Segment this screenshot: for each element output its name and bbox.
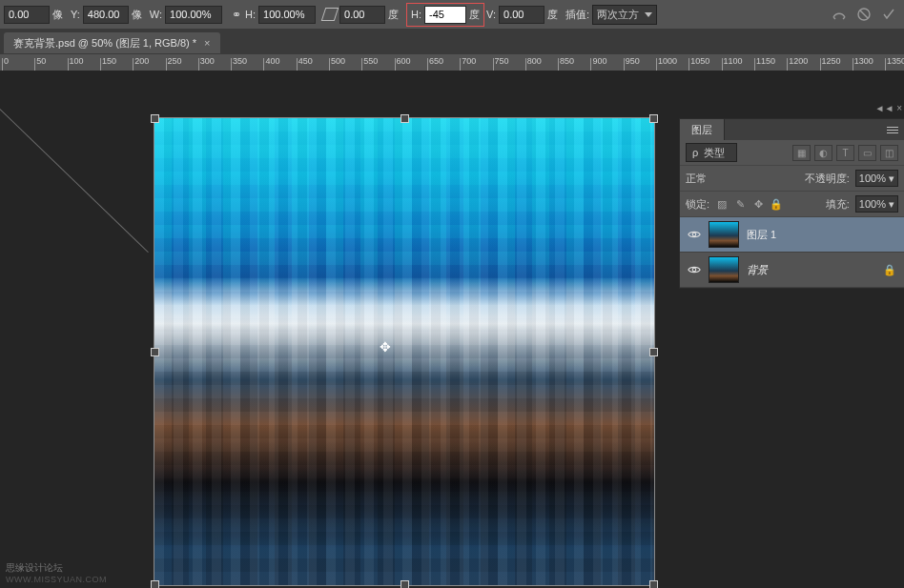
skew-h-value[interactable]: -45 [424, 6, 466, 24]
visibility-icon[interactable] [688, 263, 701, 276]
commit-icon[interactable] [881, 7, 896, 22]
h-value[interactable]: 100.00% [258, 6, 316, 24]
rotate-icon [321, 8, 339, 21]
filter-pixel-icon[interactable]: ▦ [792, 145, 811, 161]
ruler-tick-label: 200 [134, 56, 149, 66]
horizontal-ruler: 0501001502002503003504004505005506006507… [0, 53, 904, 71]
layer-name[interactable]: 图层 1 [747, 228, 776, 242]
warp-icon[interactable] [832, 7, 847, 22]
skew-v-label: V: [486, 9, 496, 20]
filter-icons: ▦ ◐ T ▭ ◫ [792, 145, 898, 161]
lock-transparent-icon[interactable]: ▨ [715, 198, 729, 211]
skew-h-highlight: H: -45 度 [406, 3, 484, 27]
filter-adjust-icon[interactable]: ◐ [814, 145, 832, 161]
ruler-tick-label: 1250 [822, 56, 841, 66]
opacity-value-box[interactable]: 100%▾ [855, 170, 898, 187]
y-value[interactable]: 480.00 [83, 6, 129, 24]
ruler-tick-label: 400 [265, 56, 279, 66]
y-label: Y: [71, 9, 80, 20]
ruler-tick-label: 750 [495, 56, 509, 66]
lock-fill-row: 锁定: ▨ ✎ ✥ 🔒 填充: 100%▾ [680, 192, 904, 217]
watermark-line2: WWW.MISSYUAN.COM [6, 575, 107, 584]
ruler-tick-label: 350 [233, 56, 247, 66]
skew-v-deg: 度 [547, 8, 558, 22]
fill-label: 填充: [826, 197, 850, 212]
layer-thumbnail[interactable] [709, 221, 739, 248]
h-field-group: H: 100.00% [245, 6, 316, 24]
document-tab[interactable]: 赛克背景.psd @ 50% (图层 1, RGB/8) * × [4, 32, 220, 53]
ruler-tick-label: 250 [168, 56, 182, 66]
ruler-tick-label: 500 [331, 56, 345, 66]
layer-row[interactable]: 图层 1 [680, 217, 904, 253]
filter-smart-icon[interactable]: ◫ [880, 145, 898, 161]
lock-position-icon[interactable]: ✥ [751, 198, 765, 211]
ruler-tick-label: 100 [70, 56, 84, 66]
ruler-tick-label: 1100 [724, 56, 743, 66]
filter-kind-select[interactable]: ρ类型 [686, 143, 737, 162]
ruler-tick-label: 600 [397, 56, 411, 66]
link-wh-icon[interactable]: ⚭ [230, 8, 243, 21]
ruler-tick-label: 50 [36, 56, 46, 66]
ruler-tick-label: 700 [462, 56, 476, 66]
layer-name[interactable]: 背景 [747, 263, 768, 277]
canvas-stage: ✥ ◄◄ × 图层 ρ类型 ▦ ◐ T ▭ ◫ 正常 不透 [0, 71, 904, 588]
lock-label: 锁定: [686, 197, 709, 212]
panel-collapse-icon[interactable]: ◄◄ × [875, 103, 902, 113]
skew-v-value[interactable]: 0.00 [499, 6, 544, 24]
blend-opacity-row: 正常 不透明度: 100%▾ [680, 166, 904, 192]
opacity-value: 100% [859, 172, 886, 184]
lock-icon: 🔒 [883, 264, 896, 276]
canvas[interactable] [154, 118, 654, 585]
blend-mode-select[interactable]: 正常 [686, 172, 752, 186]
interp-select[interactable]: 两次立方 [592, 5, 657, 25]
layer-filter-row: ρ类型 ▦ ◐ T ▭ ◫ [680, 140, 904, 166]
filter-type-icon[interactable]: T [836, 145, 854, 161]
ruler-tick-label: 0 [4, 56, 9, 66]
svg-point-2 [692, 268, 696, 272]
interp-value: 两次立方 [597, 8, 639, 22]
layers-tab[interactable]: 图层 [680, 119, 725, 140]
rotate-value[interactable]: 0.00 [339, 6, 385, 24]
w-label: W: [150, 9, 162, 20]
ruler-tick-label: 800 [527, 56, 542, 66]
layer-thumbnail[interactable] [709, 256, 739, 283]
ruler-tick-label: 1200 [789, 56, 808, 66]
ruler-tick-label: 550 [363, 56, 378, 66]
filter-shape-icon[interactable]: ▭ [858, 145, 876, 161]
ruler-tick-label: 1000 [658, 56, 677, 66]
w-field-group: W: 100.00% [150, 6, 222, 24]
panel-menu-icon[interactable] [887, 127, 898, 133]
interp-label: 插值: [565, 8, 589, 22]
y-suffix: 像 [132, 8, 142, 22]
ruler-tick-label: 1050 [690, 56, 709, 66]
interp-group: 插值: 两次立方 [565, 5, 657, 25]
ruler-tick-label: 1150 [756, 56, 775, 66]
y-field-group: Y: 480.00 像 [71, 6, 142, 24]
w-value[interactable]: 100.00% [165, 6, 222, 24]
layer-list: 图层 1 背景 🔒 [680, 217, 904, 288]
ruler-tick-label: 450 [298, 56, 313, 66]
ruler-tick-label: 650 [429, 56, 443, 66]
close-icon[interactable]: × [204, 37, 210, 49]
commit-icons [832, 0, 896, 29]
x-value[interactable]: 0.00 [4, 6, 50, 24]
mosaic-overlay-2 [154, 118, 654, 585]
lock-pixels-icon[interactable]: ✎ [733, 198, 747, 211]
transform-guide-line [0, 53, 149, 253]
lock-icons: ▨ ✎ ✥ 🔒 [715, 198, 783, 211]
x-suffix: 像 [52, 8, 63, 22]
ruler-tick-label: 300 [200, 56, 215, 66]
lock-all-icon[interactable]: 🔒 [770, 198, 783, 211]
cancel-icon[interactable] [856, 7, 872, 22]
document-tab-bar: 赛克背景.psd @ 50% (图层 1, RGB/8) * × [0, 29, 904, 53]
skew-h-label: H: [411, 9, 421, 20]
fill-value-box[interactable]: 100%▾ [855, 195, 898, 213]
layers-panel: ◄◄ × 图层 ρ类型 ▦ ◐ T ▭ ◫ 正常 不透明度: [679, 118, 904, 289]
layer-row[interactable]: 背景 🔒 [680, 253, 904, 288]
ruler-tick-label: 900 [592, 56, 606, 66]
transform-options-bar: 0.00 像 Y: 480.00 像 W: 100.00% ⚭ H: 100.0… [0, 0, 904, 29]
layers-panel-header: 图层 [680, 119, 904, 140]
visibility-icon[interactable] [688, 228, 701, 241]
skew-v-group: V: 0.00 度 [486, 6, 558, 24]
ruler-tick-label: 150 [102, 56, 116, 66]
